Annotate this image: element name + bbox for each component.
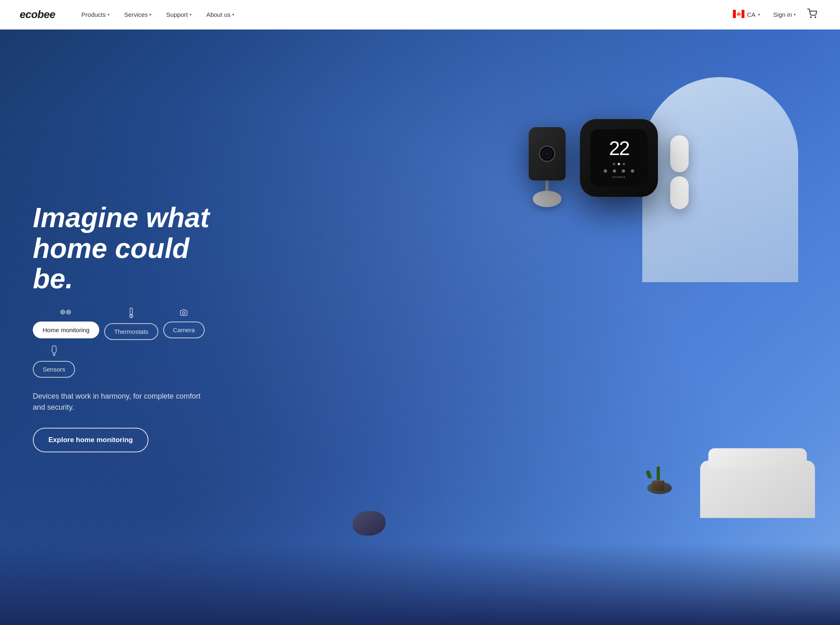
hero-content: Imagine what home could be. Home monitor…: [0, 202, 254, 452]
sensors-tab-icon: [51, 345, 57, 358]
home-monitoring-icon: [59, 307, 73, 319]
thermostat-brand-label: ecobee: [612, 175, 625, 179]
svg-rect-14: [52, 346, 56, 353]
thermostat-dot-3: [623, 163, 625, 165]
tab-camera: Camera: [163, 307, 205, 340]
camera-base: [533, 191, 562, 207]
navbar: ecobee Products ▾ Services ▾ Support ▾ A…: [0, 0, 840, 30]
nav-products[interactable]: Products ▾: [75, 8, 116, 21]
nav-links: Products ▾ Services ▾ Support ▾ About us…: [75, 8, 728, 21]
svg-text:🍁: 🍁: [736, 11, 742, 17]
about-chevron-icon: ▾: [232, 12, 234, 17]
thermostat-func-icon-4: [631, 169, 634, 173]
cart-button[interactable]: [804, 5, 820, 24]
hero-section: 22 ecobee: [0, 30, 840, 625]
explore-home-monitoring-button[interactable]: Explore home monitoring: [33, 428, 148, 452]
tab-sensors: Sensors: [33, 345, 75, 378]
sensor-body-1: [670, 135, 689, 172]
hero-table-decoration: [647, 482, 672, 494]
thermostat-product: 22 ecobee: [580, 119, 662, 209]
svg-rect-10: [130, 308, 132, 315]
svg-point-5: [815, 17, 816, 18]
hero-rock-decoration: [353, 511, 386, 536]
svg-point-7: [62, 311, 64, 313]
signin-chevron-icon: ▾: [794, 12, 796, 17]
sensor-product: [670, 135, 689, 209]
services-chevron-icon: ▾: [149, 12, 151, 17]
svg-point-9: [68, 311, 69, 313]
nav-about[interactable]: About us ▾: [200, 8, 241, 21]
camera-tab-button[interactable]: Camera: [163, 322, 205, 338]
support-chevron-icon: ▾: [189, 12, 192, 17]
thermostat-indicator-dots: [613, 163, 625, 165]
thermostat-func-icon-3: [622, 169, 625, 173]
hero-cactus-decoration: [650, 466, 667, 491]
thermostats-tab-button[interactable]: Thermostats: [104, 323, 158, 340]
canada-flag-icon: 🍁: [733, 10, 744, 19]
svg-point-6: [61, 310, 65, 314]
svg-rect-2: [742, 10, 744, 18]
nav-support[interactable]: Support ▾: [160, 8, 198, 21]
hero-floor-decoration: [0, 543, 840, 625]
thermostat-tab-icon: [127, 307, 135, 321]
products-chevron-icon: ▾: [107, 12, 110, 17]
country-selector[interactable]: 🍁 CA ▾: [728, 7, 765, 23]
nav-right: 🍁 CA ▾ Sign in ▾: [728, 5, 820, 24]
thermostat-screen: 22 ecobee: [590, 129, 648, 187]
thermostat-func-icon-1: [604, 169, 607, 173]
svg-rect-0: [733, 10, 736, 18]
sensors-tab-button[interactable]: Sensors: [33, 361, 75, 378]
hero-title: Imagine what home could be.: [33, 202, 221, 294]
svg-point-15: [53, 354, 55, 356]
nav-services[interactable]: Services ▾: [118, 8, 158, 21]
sensor-body-2: [670, 176, 689, 209]
thermostat-body: 22 ecobee: [580, 119, 658, 197]
thermostat-dot-2: [618, 163, 620, 165]
hero-products: 22 ecobee: [523, 119, 689, 209]
home-monitoring-tab-button[interactable]: Home monitoring: [33, 322, 99, 338]
svg-point-4: [810, 17, 811, 18]
brand-logo[interactable]: ecobee: [20, 8, 55, 21]
tab-thermostats: Thermostats: [104, 307, 158, 340]
hero-sofa-decoration: [700, 461, 815, 518]
tab-home-monitoring: Home monitoring: [33, 307, 99, 340]
country-chevron-icon: ▾: [758, 12, 760, 17]
camera-tab-icon: [179, 307, 189, 319]
svg-point-13: [183, 312, 185, 314]
hero-description: Devices that work in harmony, for comple…: [33, 391, 205, 413]
svg-point-8: [66, 310, 71, 314]
signin-button[interactable]: Sign in ▾: [768, 8, 801, 21]
thermostat-func-icon-2: [613, 169, 616, 173]
camera-product: [523, 127, 572, 209]
thermostat-dot-1: [613, 163, 615, 165]
camera-lens: [539, 146, 555, 162]
camera-body: [529, 127, 566, 180]
hero-product-tabs: Home monitoring Thermostats: [33, 307, 221, 378]
thermostat-icon-row: [604, 169, 634, 173]
thermostat-temperature: 22: [609, 137, 629, 160]
